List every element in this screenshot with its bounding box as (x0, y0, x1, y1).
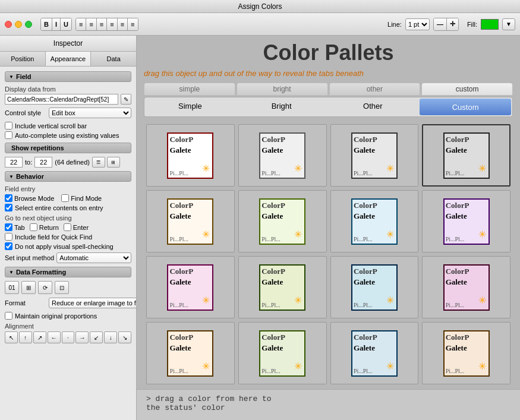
close-button[interactable] (5, 21, 12, 28)
autocomplete-checkbox[interactable] (5, 131, 12, 139)
tab-inner-simple[interactable]: Simple (144, 97, 236, 114)
data-formatting-triangle-icon: ▼ (9, 270, 14, 275)
color-cell-7[interactable]: ColorP Galete Pi...Pl... ✳ (330, 190, 419, 252)
tab-position[interactable]: Position (0, 52, 46, 66)
fill-options-button[interactable]: ▼ (502, 18, 515, 30)
find-mode-checkbox[interactable] (61, 194, 69, 202)
align-mr[interactable]: → (75, 331, 89, 343)
input-method-select[interactable]: Automatic (56, 252, 131, 263)
control-style-row: Control style Edit box (5, 108, 131, 118)
inspector-header-bar: Inspector (0, 36, 136, 52)
color-cell-9[interactable]: ColorP Galete Pi...Pl... ✳ (146, 256, 235, 318)
tab-outer-custom[interactable]: custom (421, 83, 513, 96)
browse-mode-checkbox[interactable] (5, 194, 12, 202)
fill-label: Fill: (467, 21, 477, 28)
spell-check-label: Do not apply visual spell-checking (15, 243, 114, 250)
align-tr[interactable]: ↗ (33, 331, 46, 343)
line-style-button[interactable]: — (434, 18, 447, 30)
align-center-button[interactable]: ≡ (86, 18, 96, 30)
color-cell-16[interactable]: ColorP Galete Pi...Pl... ✳ (422, 322, 510, 384)
color-cell-13[interactable]: ColorP Galete Pi...Pl... ✳ (146, 322, 235, 384)
display-data-input-row: ✎ (5, 94, 131, 105)
align-5-button[interactable]: ≡ (118, 18, 128, 30)
underline-button[interactable]: U (61, 18, 71, 30)
color-cell-6[interactable]: ColorP Galete Pi...Pl... ✳ (238, 190, 327, 252)
italic-button[interactable]: I (52, 18, 61, 30)
tab-inner-bright[interactable]: Bright (236, 97, 327, 114)
alignment-label: Alignment (5, 323, 131, 330)
vertical-scroll-checkbox[interactable] (5, 122, 12, 130)
display-data-input[interactable] (5, 94, 118, 105)
color-cell-4[interactable]: ColorP Galete Pi...Pl... ✳ (422, 124, 510, 187)
field-section-header: ▼ Field (5, 71, 131, 82)
color-cell-2[interactable]: ColorP Galete Pi...Pl... ✳ (238, 124, 327, 187)
align-justify-button[interactable]: ≡ (107, 18, 117, 30)
format-icon-3[interactable]: ⟳ (38, 281, 52, 294)
align-mc[interactable]: · (62, 331, 75, 343)
align-tl[interactable]: ↖ (5, 331, 18, 343)
align-ml[interactable]: ← (48, 331, 61, 343)
format-icon-2[interactable]: ⊞ (21, 281, 36, 294)
enter-checkbox[interactable] (64, 223, 71, 231)
find-mode-label: Find Mode (71, 195, 102, 202)
tab-inner-custom[interactable]: Custom (420, 99, 511, 115)
return-checkbox[interactable] (30, 223, 37, 231)
line-width-button[interactable]: ✛ (447, 18, 458, 30)
tab-outer-simple[interactable]: simple (144, 83, 235, 96)
rep-icons: ☰ ⊞ (92, 157, 120, 168)
control-style-select[interactable]: Edit box (49, 108, 131, 118)
maximize-button[interactable] (25, 21, 32, 28)
align-bc[interactable]: ↓ (104, 331, 117, 343)
tab-data[interactable]: Data (91, 52, 136, 66)
display-data-field: Display data from ✎ (5, 86, 131, 105)
input-method-label: Set input method (5, 254, 54, 261)
align-br[interactable]: ↘ (118, 331, 131, 343)
align-6-button[interactable]: ≡ (128, 18, 137, 30)
window-title: Assign Colors (238, 2, 282, 11)
behavior-triangle-icon: ▼ (9, 174, 14, 179)
maintain-label: Maintain original proportions (15, 312, 97, 320)
line-select[interactable]: 1 pt 2 pt (405, 18, 430, 30)
color-cell-12[interactable]: ColorP Galete Pi...Pl... ✳ (422, 256, 510, 318)
quick-find-label: Include field for Quick Find (15, 233, 92, 241)
align-group: ≡ ≡ ≡ ≡ ≡ ≡ (75, 18, 138, 31)
tab-appearance[interactable]: Appearance (46, 52, 92, 66)
rep-icon-grid[interactable]: ⊞ (107, 157, 120, 168)
color-cell-5[interactable]: ColorP Galete Pi...Pl... ✳ (146, 190, 235, 252)
align-bl[interactable]: ↙ (90, 331, 103, 343)
fill-swatch[interactable] (481, 19, 499, 30)
quick-find-checkbox[interactable] (5, 233, 12, 241)
tab-outer-other[interactable]: other (329, 83, 421, 96)
color-cell-10[interactable]: ColorP Galete Pi...Pl... ✳ (238, 256, 327, 318)
minimize-button[interactable] (15, 21, 22, 28)
maintain-checkbox[interactable] (5, 312, 12, 320)
toolbar: B I U ≡ ≡ ≡ ≡ ≡ ≡ Line: 1 pt 2 pt — ✛ Fi… (0, 13, 520, 36)
line-label: Line: (387, 21, 402, 28)
spell-check-checkbox[interactable] (5, 242, 12, 250)
format-icon-4[interactable]: ⊡ (55, 281, 69, 294)
behavior-section-header: ▼ Behavior (5, 171, 131, 182)
format-select[interactable]: Reduce or enlarge image to fit (49, 298, 137, 308)
color-cell-3[interactable]: ColorP Galete Pi...Pl... ✳ (330, 124, 419, 187)
align-tc[interactable]: ↑ (19, 331, 32, 343)
display-data-icon-button[interactable]: ✎ (121, 94, 131, 105)
data-formatting-header: ▼ Data Formatting (5, 267, 131, 277)
tab-outer-bright[interactable]: bright (237, 83, 328, 96)
rep-to-input[interactable] (34, 157, 52, 168)
bold-button[interactable]: B (41, 18, 52, 30)
color-cell-8[interactable]: ColorP Galete Pi...Pl... ✳ (422, 190, 510, 252)
tab-inner-other[interactable]: Other (327, 97, 419, 114)
tab-checkbox[interactable] (5, 223, 12, 231)
color-cell-11[interactable]: ColorP Galete Pi...Pl... ✳ (330, 256, 419, 318)
color-cell-15[interactable]: ColorP Galete Pi...Pl... ✳ (330, 322, 419, 384)
color-cell-14[interactable]: ColorP Galete Pi...Pl... ✳ (238, 322, 327, 384)
rep-from-input[interactable] (5, 157, 23, 168)
align-left-button[interactable]: ≡ (76, 18, 86, 30)
autocomplete-row: Auto-complete using existing values (5, 131, 131, 139)
format-icon-1[interactable]: 01 (5, 281, 19, 294)
color-cell-1[interactable]: ColorP Galete Pi...Pl... ✳ (146, 124, 235, 187)
select-entire-checkbox[interactable] (5, 204, 12, 211)
alignment-buttons-row: ↖ ↑ ↗ ← · → ↙ ↓ ↘ (5, 331, 131, 343)
rep-icon-list[interactable]: ☰ (92, 157, 105, 168)
align-right-button[interactable]: ≡ (97, 18, 107, 30)
